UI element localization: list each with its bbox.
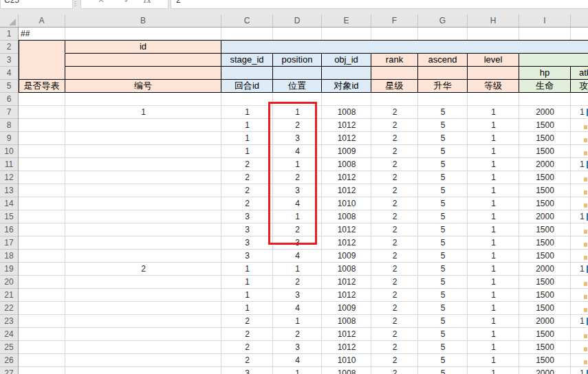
cell-F23[interactable]: 2 (371, 315, 418, 328)
cell-E26[interactable]: 1010 (322, 354, 371, 367)
cell-E14[interactable]: 1010 (322, 197, 371, 210)
cell-C11[interactable]: 2 (221, 158, 273, 171)
cell-G3[interactable]: ascend (418, 54, 468, 67)
cell-E12[interactable]: 1012 (322, 171, 371, 184)
cell-C9[interactable]: 1 (221, 132, 273, 145)
enter-icon[interactable]: ✓ (124, 0, 131, 5)
cell-B4[interactable] (65, 67, 221, 80)
cell-G21[interactable]: 5 (418, 289, 468, 302)
cell-E19[interactable]: 1008 (322, 263, 371, 276)
cell-J11[interactable]: 1 (571, 158, 588, 171)
row-header-16[interactable]: 16 (0, 223, 18, 236)
cell-G26[interactable]: 5 (418, 354, 468, 367)
cell-G17[interactable]: 5 (418, 236, 468, 250)
cell-G11[interactable]: 5 (418, 158, 468, 171)
row-header-6[interactable]: 6 (0, 93, 18, 106)
column-header-E[interactable]: E (322, 14, 371, 27)
cell-D24[interactable]: 2 (273, 328, 322, 341)
cell-H11[interactable]: 1 (468, 158, 519, 171)
row-header-27[interactable]: 27 (0, 367, 18, 374)
row-header-22[interactable]: 22 (0, 302, 18, 315)
cell-I27[interactable]: 2000 (519, 367, 571, 374)
row-header-12[interactable]: 12 (0, 171, 18, 184)
cell-I16[interactable]: 1500 (519, 223, 571, 236)
cell-E24[interactable]: 1012 (322, 328, 371, 341)
cell-D5[interactable]: 位置 (273, 80, 322, 93)
cell-D26[interactable]: 4 (273, 354, 322, 367)
row-header-7[interactable]: 7 (0, 106, 18, 119)
cell-E7[interactable]: 1008 (322, 106, 371, 119)
cell-H9[interactable]: 1 (468, 132, 519, 145)
cell-H25[interactable]: 1 (468, 341, 519, 354)
cell-J12[interactable] (571, 171, 588, 184)
cell-C12[interactable]: 2 (221, 171, 273, 184)
cell-H4[interactable] (468, 67, 519, 80)
cell-C19[interactable]: 1 (221, 263, 273, 276)
cell-H19[interactable]: 1 (468, 263, 519, 276)
cell-J24[interactable] (571, 328, 588, 341)
cell-F15[interactable]: 2 (371, 210, 418, 223)
row-header-2[interactable]: 2 (0, 41, 18, 54)
cell-F21[interactable]: 2 (371, 289, 418, 302)
cell-F20[interactable]: 2 (371, 276, 418, 289)
cell-F3[interactable]: rank (371, 54, 418, 67)
cell-E15[interactable]: 1008 (322, 210, 371, 223)
cell-G7[interactable]: 5 (418, 106, 468, 119)
cell-H17[interactable]: 1 (468, 236, 519, 250)
row-header-5[interactable]: 5 (0, 80, 18, 93)
cell-F4[interactable] (371, 67, 418, 80)
cell-C18[interactable]: 3 (221, 250, 273, 263)
cell-C24[interactable]: 2 (221, 328, 273, 341)
cell-F14[interactable]: 2 (371, 197, 418, 210)
cell-C17[interactable]: 3 (221, 236, 273, 250)
cell-G13[interactable]: 5 (418, 184, 468, 197)
cell-E8[interactable]: 1012 (322, 119, 371, 132)
cell-G16[interactable]: 5 (418, 223, 468, 236)
cell-H24[interactable]: 1 (468, 328, 519, 341)
row-header-3[interactable]: 3 (0, 54, 18, 67)
row-header-11[interactable]: 11 (0, 158, 18, 171)
cell-F7[interactable]: 2 (371, 106, 418, 119)
cell-H13[interactable]: 1 (468, 184, 519, 197)
row-header-18[interactable]: 18 (0, 250, 18, 263)
cell-G15[interactable]: 5 (418, 210, 468, 223)
cell-D27[interactable]: 1 (273, 367, 322, 374)
cell-F22[interactable]: 2 (371, 302, 418, 315)
cell-H8[interactable]: 1 (468, 119, 519, 132)
row-header-4[interactable]: 4 (0, 67, 18, 80)
cell-G22[interactable]: 5 (418, 302, 468, 315)
row-header-15[interactable]: 15 (0, 210, 18, 223)
cell-I26[interactable]: 1500 (519, 354, 571, 367)
cell-E4[interactable] (322, 67, 371, 80)
cell-E3[interactable]: obj_id (322, 54, 371, 67)
cell-J9[interactable] (571, 132, 588, 145)
cell-F5[interactable]: 星级 (371, 80, 418, 93)
column-header-D[interactable]: D (273, 14, 322, 27)
cell-C21[interactable]: 1 (221, 289, 273, 302)
cell-F16[interactable]: 2 (371, 223, 418, 236)
column-header-H[interactable]: H (468, 14, 519, 27)
column-header-F[interactable]: F (371, 14, 418, 27)
cell-F8[interactable]: 2 (371, 119, 418, 132)
row-header-14[interactable]: 14 (0, 197, 18, 210)
cell-C14[interactable]: 2 (221, 197, 273, 210)
cell-H22[interactable]: 1 (468, 302, 519, 315)
cell-C22[interactable]: 1 (221, 302, 273, 315)
cell-G23[interactable]: 5 (418, 315, 468, 328)
cell-J22[interactable] (571, 302, 588, 315)
cell-J8[interactable] (571, 119, 588, 132)
cell-F12[interactable]: 2 (371, 171, 418, 184)
cell-I9[interactable]: 1500 (519, 132, 571, 145)
cell-G18[interactable]: 5 (418, 250, 468, 263)
cell-C4[interactable] (221, 67, 273, 80)
cell-B3[interactable] (65, 54, 221, 67)
cell-C5[interactable]: 回合id (221, 80, 273, 93)
cell-C15[interactable]: 3 (221, 210, 273, 223)
row-header-17[interactable]: 17 (0, 236, 18, 250)
cell-J5[interactable]: 攻击 (571, 80, 588, 93)
cell-J27[interactable]: 1 (571, 367, 588, 374)
cell-J15[interactable]: 1 (571, 210, 588, 223)
row-header-20[interactable]: 20 (0, 276, 18, 289)
row-header-8[interactable]: 8 (0, 119, 18, 132)
cell-E23[interactable]: 1008 (322, 315, 371, 328)
